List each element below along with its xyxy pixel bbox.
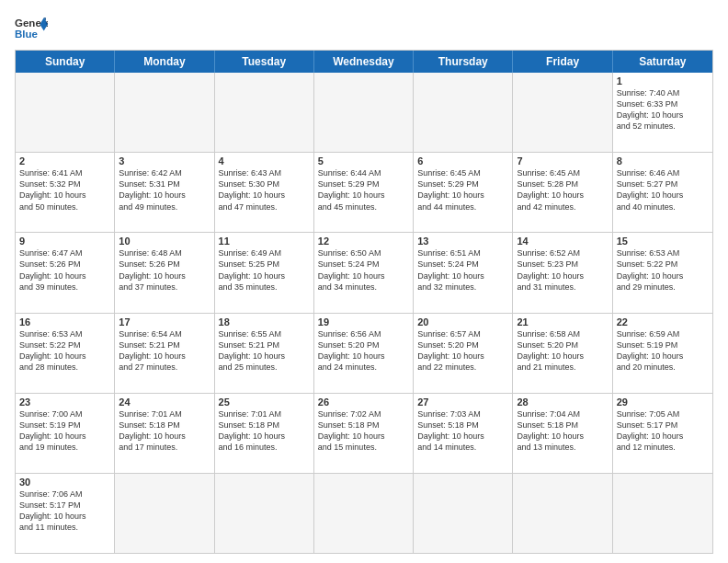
day-number: 11 [219, 236, 310, 247]
calendar-cell: 26Sunrise: 7:02 AM Sunset: 5:18 PM Dayli… [314, 394, 414, 473]
calendar-cell: 10Sunrise: 6:48 AM Sunset: 5:26 PM Dayli… [115, 233, 214, 312]
calendar-cell: 23Sunrise: 7:00 AM Sunset: 5:19 PM Dayli… [16, 394, 115, 473]
calendar-cell: 9Sunrise: 6:47 AM Sunset: 5:26 PM Daylig… [16, 233, 115, 312]
calendar-cell: 25Sunrise: 7:01 AM Sunset: 5:18 PM Dayli… [215, 394, 314, 473]
calendar-cell [613, 474, 712, 553]
day-info: Sunrise: 6:58 AM Sunset: 5:20 PM Dayligh… [517, 328, 608, 373]
day-info: Sunrise: 7:00 AM Sunset: 5:19 PM Dayligh… [19, 408, 110, 454]
calendar-cell: 15Sunrise: 6:53 AM Sunset: 5:22 PM Dayli… [613, 233, 712, 312]
calendar-cell [414, 73, 513, 152]
day-number: 10 [119, 236, 210, 247]
day-number: 7 [517, 155, 608, 167]
day-number: 18 [219, 316, 310, 327]
day-number: 14 [517, 236, 608, 247]
calendar-cell: 12Sunrise: 6:50 AM Sunset: 5:24 PM Dayli… [314, 233, 414, 312]
day-number: 8 [617, 155, 709, 167]
calendar-cell: 30Sunrise: 7:06 AM Sunset: 5:17 PM Dayli… [16, 474, 115, 553]
calendar-cell: 14Sunrise: 6:52 AM Sunset: 5:23 PM Dayli… [513, 233, 612, 312]
weekday-header-sunday: Sunday [16, 51, 115, 73]
day-number: 2 [19, 155, 110, 167]
calendar-cell: 20Sunrise: 6:57 AM Sunset: 5:20 PM Dayli… [414, 314, 513, 393]
svg-text:Blue: Blue [15, 29, 39, 40]
calendar-cell [513, 474, 612, 553]
day-number: 29 [617, 396, 709, 408]
day-info: Sunrise: 7:04 AM Sunset: 5:18 PM Dayligh… [517, 408, 608, 454]
calendar-cell [16, 73, 115, 152]
day-info: Sunrise: 6:59 AM Sunset: 5:19 PM Dayligh… [617, 328, 709, 373]
day-info: Sunrise: 6:50 AM Sunset: 5:24 PM Dayligh… [318, 247, 409, 293]
day-number: 5 [318, 155, 409, 167]
day-number: 3 [119, 155, 210, 167]
day-info: Sunrise: 7:01 AM Sunset: 5:18 PM Dayligh… [219, 408, 310, 454]
calendar-cell: 29Sunrise: 7:05 AM Sunset: 5:17 PM Dayli… [613, 394, 712, 473]
calendar-cell: 3Sunrise: 6:42 AM Sunset: 5:31 PM Daylig… [115, 153, 214, 232]
day-number: 16 [19, 316, 110, 327]
calendar-cell: 24Sunrise: 7:01 AM Sunset: 5:18 PM Dayli… [115, 394, 214, 473]
day-info: Sunrise: 6:43 AM Sunset: 5:30 PM Dayligh… [219, 167, 310, 213]
calendar-header: SundayMondayTuesdayWednesdayThursdayFrid… [16, 51, 712, 73]
calendar-cell: 18Sunrise: 6:55 AM Sunset: 5:21 PM Dayli… [215, 314, 314, 393]
day-number: 20 [417, 316, 508, 327]
calendar-cell: 11Sunrise: 6:49 AM Sunset: 5:25 PM Dayli… [215, 233, 314, 312]
calendar-cell [314, 474, 414, 553]
day-info: Sunrise: 7:05 AM Sunset: 5:17 PM Dayligh… [617, 408, 709, 454]
weekday-header-monday: Monday [115, 51, 214, 73]
calendar-cell: 5Sunrise: 6:44 AM Sunset: 5:29 PM Daylig… [314, 153, 414, 232]
weekday-header-tuesday: Tuesday [215, 51, 314, 73]
calendar: SundayMondayTuesdayWednesdayThursdayFrid… [15, 50, 713, 554]
calendar-row-5: 30Sunrise: 7:06 AM Sunset: 5:17 PM Dayli… [16, 474, 712, 553]
calendar-cell: 4Sunrise: 6:43 AM Sunset: 5:30 PM Daylig… [215, 153, 314, 232]
calendar-cell: 17Sunrise: 6:54 AM Sunset: 5:21 PM Dayli… [115, 314, 214, 393]
day-info: Sunrise: 6:45 AM Sunset: 5:29 PM Dayligh… [417, 167, 508, 213]
calendar-cell: 13Sunrise: 6:51 AM Sunset: 5:24 PM Dayli… [414, 233, 513, 312]
header: General Blue [15, 15, 713, 40]
day-info: Sunrise: 6:44 AM Sunset: 5:29 PM Dayligh… [318, 167, 409, 213]
calendar-body: 1Sunrise: 7:40 AM Sunset: 6:33 PM Daylig… [16, 73, 712, 553]
day-number: 25 [219, 396, 310, 408]
day-info: Sunrise: 6:42 AM Sunset: 5:31 PM Dayligh… [119, 167, 210, 213]
day-number: 17 [119, 316, 210, 327]
day-number: 13 [417, 236, 508, 247]
calendar-cell [115, 73, 214, 152]
day-number: 4 [219, 155, 310, 167]
generalblue-logo-icon: General Blue [15, 15, 48, 40]
day-info: Sunrise: 6:48 AM Sunset: 5:26 PM Dayligh… [119, 247, 210, 293]
day-number: 24 [119, 396, 210, 408]
weekday-header-thursday: Thursday [414, 51, 513, 73]
calendar-cell: 8Sunrise: 6:46 AM Sunset: 5:27 PM Daylig… [613, 153, 712, 232]
day-number: 21 [517, 316, 608, 327]
calendar-cell: 22Sunrise: 6:59 AM Sunset: 5:19 PM Dayli… [613, 314, 712, 393]
calendar-cell: 21Sunrise: 6:58 AM Sunset: 5:20 PM Dayli… [513, 314, 612, 393]
day-info: Sunrise: 7:01 AM Sunset: 5:18 PM Dayligh… [119, 408, 210, 454]
day-number: 27 [417, 396, 508, 408]
calendar-cell: 19Sunrise: 6:56 AM Sunset: 5:20 PM Dayli… [314, 314, 414, 393]
day-info: Sunrise: 6:51 AM Sunset: 5:24 PM Dayligh… [417, 247, 508, 293]
day-info: Sunrise: 6:49 AM Sunset: 5:25 PM Dayligh… [219, 247, 310, 293]
page: General Blue SundayMondayTuesdayWednesda… [0, 0, 728, 563]
day-info: Sunrise: 7:40 AM Sunset: 6:33 PM Dayligh… [617, 87, 709, 132]
day-number: 12 [318, 236, 409, 247]
calendar-row-0: 1Sunrise: 7:40 AM Sunset: 6:33 PM Daylig… [16, 73, 712, 153]
day-info: Sunrise: 6:41 AM Sunset: 5:32 PM Dayligh… [19, 167, 110, 213]
weekday-header-wednesday: Wednesday [314, 51, 414, 73]
day-number: 19 [318, 316, 409, 327]
day-info: Sunrise: 6:52 AM Sunset: 5:23 PM Dayligh… [517, 247, 608, 293]
calendar-row-3: 16Sunrise: 6:53 AM Sunset: 5:22 PM Dayli… [16, 314, 712, 394]
day-info: Sunrise: 6:56 AM Sunset: 5:20 PM Dayligh… [318, 328, 409, 373]
calendar-cell [414, 474, 513, 553]
day-info: Sunrise: 6:47 AM Sunset: 5:26 PM Dayligh… [19, 247, 110, 293]
calendar-cell [215, 73, 314, 152]
calendar-cell: 27Sunrise: 7:03 AM Sunset: 5:18 PM Dayli… [414, 394, 513, 473]
calendar-row-1: 2Sunrise: 6:41 AM Sunset: 5:32 PM Daylig… [16, 153, 712, 233]
calendar-cell: 6Sunrise: 6:45 AM Sunset: 5:29 PM Daylig… [414, 153, 513, 232]
day-info: Sunrise: 6:53 AM Sunset: 5:22 PM Dayligh… [617, 247, 709, 293]
calendar-cell: 2Sunrise: 6:41 AM Sunset: 5:32 PM Daylig… [16, 153, 115, 232]
day-number: 6 [417, 155, 508, 167]
day-info: Sunrise: 7:06 AM Sunset: 5:17 PM Dayligh… [19, 488, 110, 534]
day-number: 26 [318, 396, 409, 408]
calendar-row-4: 23Sunrise: 7:00 AM Sunset: 5:19 PM Dayli… [16, 394, 712, 474]
calendar-cell: 16Sunrise: 6:53 AM Sunset: 5:22 PM Dayli… [16, 314, 115, 393]
day-number: 22 [617, 316, 709, 327]
weekday-header-saturday: Saturday [613, 51, 712, 73]
day-info: Sunrise: 6:45 AM Sunset: 5:28 PM Dayligh… [517, 167, 608, 213]
